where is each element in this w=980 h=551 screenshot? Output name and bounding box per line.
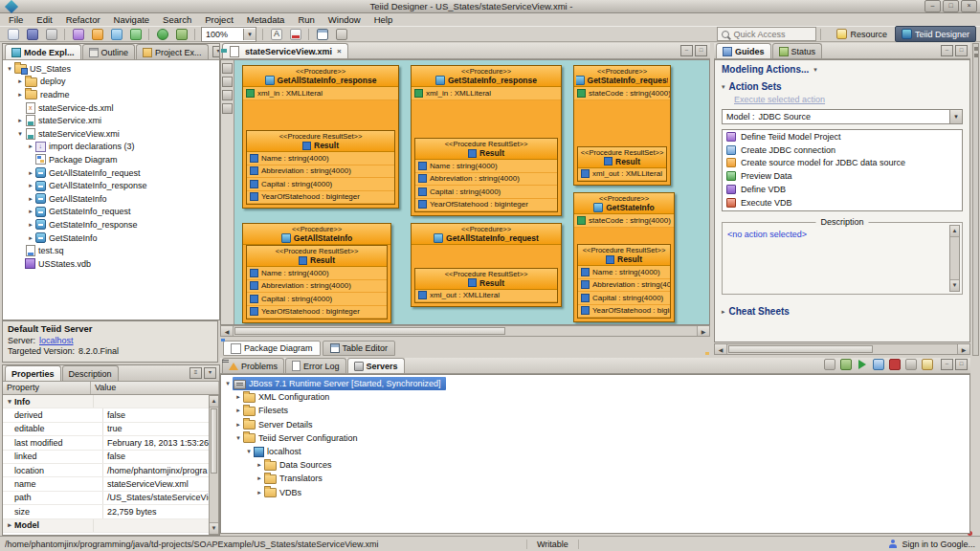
- profile-button[interactable]: [871, 357, 886, 371]
- minimized-view-trim[interactable]: [972, 43, 979, 356]
- column-row[interactable]: Name : string(4000): [247, 267, 387, 280]
- bottom-tab-error-log[interactable]: Error Log: [285, 358, 346, 373]
- explorer-tab-mode-expl[interactable]: Mode Expl...: [5, 44, 81, 59]
- expand-expander-icon[interactable]: ▸: [26, 143, 35, 150]
- expand-expander-icon[interactable]: ▸: [26, 182, 35, 189]
- action-item-define-vdb[interactable]: Define VDB: [723, 183, 962, 196]
- column-row[interactable]: xml_out : XMLLiteral: [578, 168, 666, 182]
- sign-in-google-button[interactable]: Sign in to Google...: [888, 540, 975, 549]
- tree-item[interactable]: ▾localhost: [221, 445, 969, 458]
- tree-item[interactable]: ▸readme: [3, 88, 219, 101]
- expander-icon[interactable]: ▸: [5, 521, 14, 529]
- menu-window[interactable]: Window: [322, 14, 368, 25]
- minimize-icon[interactable]: –: [680, 45, 693, 56]
- minimize-icon[interactable]: –: [941, 359, 953, 370]
- result-set-box[interactable]: <<Procedure ResultSet>>ResultName : stri…: [246, 245, 388, 320]
- menu-navigate[interactable]: Navigate: [107, 14, 157, 25]
- stop-button[interactable]: [887, 357, 902, 371]
- tree-item[interactable]: ▸GetStateInfo_response: [3, 218, 219, 231]
- tree-item[interactable]: ▸stateService.xmi: [3, 114, 219, 127]
- result-set-box[interactable]: <<Procedure ResultSet>>ResultName : stri…: [246, 130, 395, 205]
- expand-expander-icon[interactable]: ▸: [255, 461, 264, 469]
- zoom-tool-button[interactable]: [222, 77, 233, 87]
- property-column-header[interactable]: Property: [3, 382, 91, 394]
- expand-expander-icon[interactable]: ▸: [26, 208, 35, 215]
- collapse-all-button[interactable]: [822, 357, 837, 371]
- scroll-right-icon[interactable]: ▶: [697, 326, 709, 336]
- tree-item[interactable]: ▾US_States: [3, 62, 219, 76]
- section-expander-icon[interactable]: ▾: [722, 83, 725, 91]
- menu-project[interactable]: Project: [198, 14, 240, 25]
- tree-item[interactable]: Package Diagram: [3, 153, 219, 166]
- tree-item[interactable]: ▸Filesets: [221, 404, 969, 417]
- scroll-left-icon[interactable]: ◀: [715, 344, 727, 354]
- action-sets-section[interactable]: ▾ Action Sets: [722, 81, 963, 92]
- print-button[interactable]: [42, 27, 60, 41]
- diagram-canvas[interactable]: <<Procedure>>GetAllStateInfo_responsexml…: [234, 60, 709, 324]
- restore-view-icon[interactable]: [974, 47, 978, 51]
- column-row[interactable]: Abbreviation : string(4000): [415, 173, 557, 187]
- procedure-box-getallstateinfo[interactable]: <<Procedure>>GetAllStateInfo<<Procedure …: [242, 223, 391, 323]
- window-close-button[interactable]: ×: [961, 0, 977, 12]
- property-row[interactable]: linkedfalse: [3, 451, 219, 464]
- modeling-actions-menu[interactable]: Modeling Actions... ▾: [722, 64, 963, 75]
- run-button[interactable]: [153, 27, 171, 41]
- procedure-box-getallstateinfo-response[interactable]: <<Procedure>>GetAllStateInfo_responsexml…: [242, 65, 399, 209]
- property-row[interactable]: last modifiedFebruary 18, 2013 1:53:26: [3, 436, 219, 450]
- section-expander-icon[interactable]: ▸: [722, 308, 725, 316]
- server-host-link[interactable]: localhost: [39, 336, 74, 345]
- guides-tab-guides[interactable]: Guides: [716, 43, 771, 58]
- filter-icon[interactable]: ≡: [189, 367, 202, 379]
- result-set-box[interactable]: <<Procedure ResultSet>>Resultxml_out : X…: [414, 268, 558, 304]
- column-row[interactable]: YearOfStatehood : biginteger: [415, 199, 557, 212]
- explorer-tab-outline[interactable]: Outline: [82, 44, 136, 59]
- column-row[interactable]: Abbreviation : string(4000): [247, 165, 394, 179]
- action-item-create-source-model-for-jdbc-data-source[interactable]: Create source model for JDBC data source: [723, 157, 962, 170]
- font-button[interactable]: [267, 27, 285, 41]
- scroll-up-icon[interactable]: ▲: [210, 396, 218, 408]
- parameter-row[interactable]: xml_in : XMLLiteral: [412, 87, 561, 100]
- maximize-icon[interactable]: □: [955, 45, 968, 56]
- table-button[interactable]: [313, 27, 331, 41]
- chevron-down-icon[interactable]: ▾: [949, 110, 962, 123]
- tree-item[interactable]: ▸import declarations (3): [3, 141, 219, 154]
- new-model-project-button[interactable]: [69, 27, 87, 41]
- tree-item[interactable]: ▸XML Configuration: [221, 390, 969, 404]
- tree-item[interactable]: ▸GetStateInfo: [3, 231, 219, 245]
- perspective-resource[interactable]: Resource: [831, 27, 893, 41]
- guides-tab-status[interactable]: Status: [772, 43, 823, 58]
- expand-expander-icon[interactable]: ▸: [15, 91, 25, 99]
- properties-tab-properties[interactable]: Properties: [5, 365, 61, 381]
- tree-item[interactable]: ▸VDBs: [221, 486, 969, 499]
- view-menu-icon[interactable]: ▾: [212, 46, 220, 57]
- column-row[interactable]: YearOfStatehood : biginteger: [247, 306, 387, 320]
- scroll-right-icon[interactable]: ▶: [957, 344, 969, 354]
- collapse-expander-icon[interactable]: ▾: [244, 448, 254, 455]
- menu-search[interactable]: Search: [156, 14, 198, 25]
- view-menu-icon[interactable]: ▾: [204, 367, 216, 379]
- procedure-box-getstateinfo-request[interactable]: <<Procedure>>GetStateInfo_requeststateCo…: [573, 65, 671, 186]
- column-row[interactable]: Capital : string(4000): [415, 186, 557, 199]
- tree-item[interactable]: ▸GetAllStateInfo: [3, 192, 219, 206]
- property-row[interactable]: derivedfalse: [3, 408, 219, 422]
- tree-item[interactable]: ▸deploy: [3, 76, 219, 89]
- editor-page-tab-table-editor[interactable]: Table Editor: [323, 341, 396, 356]
- explorer-tab-project-ex[interactable]: Project Ex...: [136, 44, 209, 59]
- publish-button[interactable]: [903, 357, 919, 371]
- menu-run[interactable]: Run: [291, 14, 321, 25]
- result-set-box[interactable]: <<Procedure ResultSet>>ResultName : stri…: [414, 138, 558, 212]
- column-row[interactable]: Capital : string(4000): [247, 178, 394, 191]
- column-row[interactable]: Name : string(4000): [415, 160, 557, 173]
- property-row[interactable]: size22,759 bytes: [3, 505, 219, 518]
- tree-item[interactable]: ▸GetStateInfo_request: [3, 206, 219, 219]
- result-set-box[interactable]: <<Procedure ResultSet>>Resultxml_out : X…: [577, 146, 667, 183]
- menu-help[interactable]: Help: [368, 14, 400, 25]
- parameter-row[interactable]: stateCode : string(4000): [574, 87, 670, 100]
- new-vdb-button[interactable]: [107, 27, 125, 41]
- save-button[interactable]: [23, 27, 41, 41]
- column-row[interactable]: YearOfStatehood : biginteger: [247, 191, 394, 205]
- collapse-expander-icon[interactable]: ▾: [223, 380, 233, 387]
- perspective-teiid-designer[interactable]: Teiid Designer: [895, 26, 976, 42]
- column-row[interactable]: xml_out : XMLLiteral: [415, 290, 557, 303]
- layout-tool-button[interactable]: [222, 103, 233, 114]
